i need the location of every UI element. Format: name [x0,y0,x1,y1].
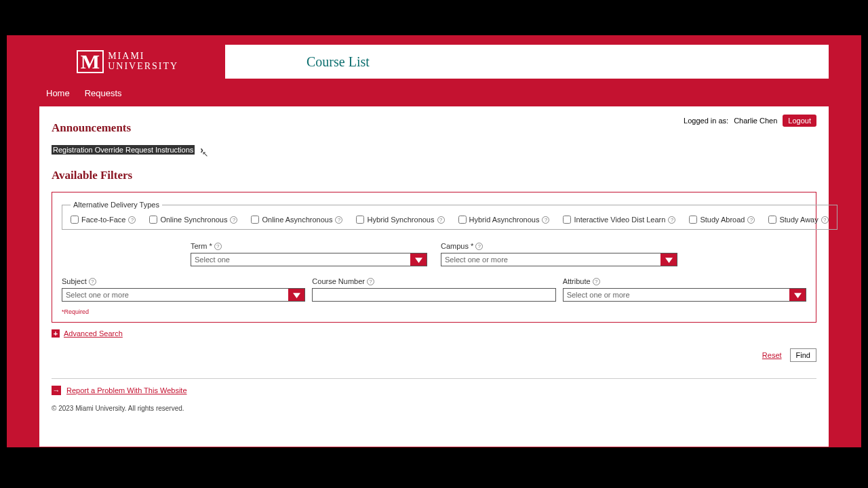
help-icon[interactable]: ? [593,278,600,285]
help-icon[interactable]: ? [475,243,483,250]
help-icon[interactable]: ? [437,216,445,224]
delivery-type-checkbox[interactable] [563,216,571,224]
delivery-type-option[interactable]: Online Synchronous? [149,216,237,224]
campus-label: Campus [441,242,469,250]
attribute-select-value[interactable] [564,289,789,301]
campus-select[interactable] [441,253,677,266]
copyright: © 2023 Miami University. All rights rese… [52,405,816,412]
plus-icon[interactable]: + [52,329,60,338]
delivery-type-option[interactable]: Interactive Video Dist Learn? [563,216,675,224]
delivery-type-checkbox[interactable] [458,216,467,224]
delivery-type-label: Face-to-Face [81,216,125,224]
required-note: *Required [62,308,806,315]
delivery-type-checkbox[interactable] [251,216,259,224]
delivery-type-option[interactable]: Study Abroad? [689,216,755,224]
arrow-right-icon: → [52,386,61,395]
logo-mark: M [77,50,104,73]
help-icon[interactable]: ? [214,243,222,250]
term-label: Term [191,242,207,250]
delivery-type-option[interactable]: Study Away? [768,216,828,224]
logout-button[interactable]: Logout [783,115,816,127]
help-icon[interactable]: ? [542,216,549,224]
logo-line2: UNIVERSITY [108,62,178,72]
delivery-type-label: Study Abroad [700,216,745,224]
delivery-type-label: Study Away [779,216,818,224]
delivery-type-option[interactable]: Hybrid Asynchronous? [458,216,550,224]
delivery-type-label: Interactive Video Dist Learn [574,216,665,224]
chevron-down-icon[interactable] [660,253,677,266]
course-number-label: Course Number [312,277,365,285]
campus-select-value[interactable] [441,253,660,266]
attribute-select[interactable] [563,288,806,302]
subject-select-value[interactable] [62,289,288,301]
help-icon[interactable]: ? [367,278,374,285]
divider [52,378,816,379]
help-icon[interactable]: ? [335,216,342,224]
logo[interactable]: M MIAMI UNIVERSITY [39,45,216,79]
announcement-expand[interactable]: Registration Override Request Instructio… [52,144,215,155]
reset-link[interactable]: Reset [762,351,782,359]
help-icon[interactable]: ? [230,216,237,224]
delivery-type-label: Hybrid Asynchronous [469,216,540,224]
find-button[interactable]: Find [790,348,816,362]
term-select[interactable] [191,253,427,266]
delivery-types-legend: Alternative Delivery Types [71,201,162,209]
advanced-search-link[interactable]: Advanced Search [64,329,123,338]
nav-home[interactable]: Home [46,88,70,98]
logged-in-prefix: Logged in as: [684,117,728,125]
delivery-type-label: Online Synchronous [160,216,227,224]
report-problem-link[interactable]: Report a Problem With This Website [66,386,187,394]
subject-label: Subject [62,277,87,285]
page-title: Course List [307,54,370,70]
help-icon[interactable]: ? [89,278,96,285]
announcement-link-text: Registration Override Request Instructio… [52,145,195,155]
attribute-label: Attribute [563,277,591,285]
delivery-type-option[interactable]: Face-to-Face? [71,216,136,224]
logo-line1: MIAMI [108,52,178,62]
delivery-type-checkbox[interactable] [149,216,157,224]
filter-panel: Alternative Delivery Types Face-to-Face?… [52,192,816,323]
chevron-down-icon[interactable] [410,253,427,266]
term-select-value[interactable] [191,253,410,266]
available-filters-heading: Available Filters [52,169,816,182]
delivery-type-checkbox[interactable] [768,216,776,224]
logged-in-name: Charlie Chen [734,117,777,125]
main-nav: Home Requests [7,79,861,106]
chevron-down-icon[interactable] [789,289,806,301]
help-icon[interactable]: ? [747,216,755,224]
course-number-input[interactable] [312,288,555,302]
delivery-types-fieldset: Alternative Delivery Types Face-to-Face?… [62,201,837,230]
delivery-type-option[interactable]: Hybrid Synchronous? [356,216,444,224]
delivery-type-checkbox[interactable] [689,216,697,224]
chevron-down-icon[interactable] [288,289,304,301]
cursor-icon: ↖ [202,150,208,159]
delivery-type-checkbox[interactable] [356,216,364,224]
help-icon[interactable]: ? [668,216,675,224]
delivery-type-checkbox[interactable] [71,216,79,224]
delivery-type-option[interactable]: Online Asynchronous? [251,216,342,224]
help-icon[interactable]: ? [821,216,829,224]
delivery-type-label: Online Asynchronous [262,216,332,224]
help-icon[interactable]: ? [128,216,136,224]
nav-requests[interactable]: Requests [85,88,122,98]
delivery-type-label: Hybrid Synchronous [367,216,434,224]
subject-select[interactable] [62,288,305,302]
